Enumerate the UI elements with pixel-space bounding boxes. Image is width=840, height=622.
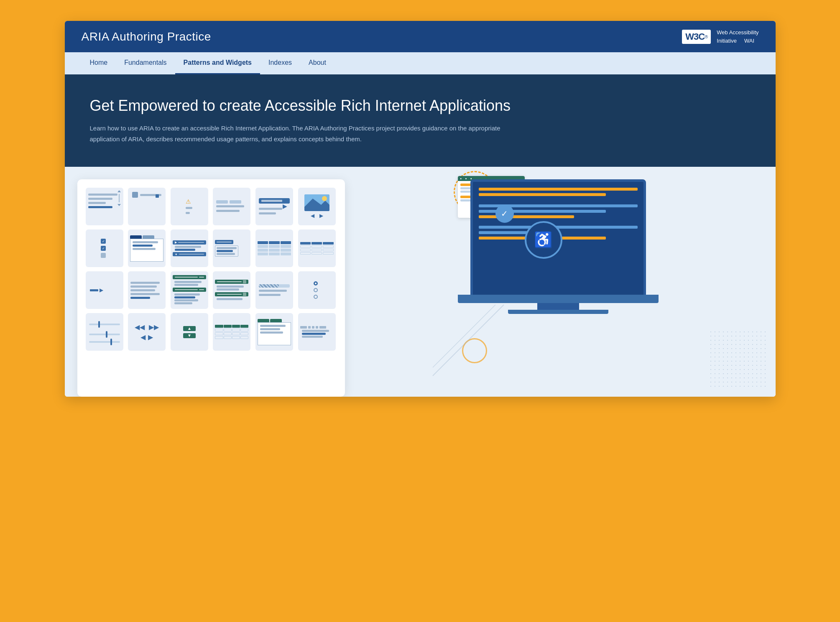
dot-grid — [709, 330, 767, 388]
widget-card-image[interactable]: ◀ ▶ — [298, 188, 336, 225]
w3c-brand: W3C® Web Accessibility Initiative WAI — [682, 28, 758, 45]
browser-window: ARIA Authoring Practice W3C® Web Accessi… — [65, 21, 776, 397]
site-title: ARIA Authoring Practice — [82, 30, 211, 43]
widget-card-checkbox[interactable] — [128, 188, 166, 225]
widget-panel: ⚠ — [77, 179, 345, 397]
wai-line2: Initiative — [717, 37, 737, 45]
widget-card-spinbutton[interactable]: ▲ ▼ — [171, 313, 208, 351]
widget-grid: ⚠ — [86, 188, 337, 351]
hero-title: Get Empowered to create Accessible Rich … — [90, 97, 550, 115]
widget-card-toolbar[interactable] — [213, 188, 250, 225]
widget-card-menu[interactable] — [213, 229, 250, 267]
widget-card-datagrid[interactable] — [298, 229, 336, 267]
widget-card-alert[interactable]: ⚠ — [171, 188, 208, 225]
svg-line-3 — [433, 305, 504, 376]
hero-description: Learn how to use ARIA to create an acces… — [90, 123, 508, 144]
widget-card-tree[interactable] — [128, 271, 166, 309]
wai-line2-3: Initiative WAI — [717, 37, 758, 45]
a11y-circle: ♿ — [525, 221, 562, 259]
nav-item-patterns[interactable]: Patterns and Widgets — [175, 52, 260, 74]
laptop-foot — [508, 310, 608, 314]
site-nav: Home Fundamentals Patterns and Widgets I… — [65, 52, 776, 74]
site-header: ARIA Authoring Practice W3C® Web Accessi… — [65, 21, 776, 52]
wai-line3: WAI — [744, 37, 754, 45]
widget-card-checkbox-list[interactable]: ✓ ✓ — [86, 229, 123, 267]
laptop-stand — [537, 303, 579, 310]
pencil-lines — [429, 301, 512, 384]
page-wrapper: ARIA Authoring Practice W3C® Web Accessi… — [13, 21, 827, 397]
wai-line1: Web Accessibility — [717, 28, 758, 37]
svg-point-2 — [322, 196, 327, 201]
content-area: ⚠ — [65, 167, 776, 397]
check-badge: ✓ — [495, 204, 514, 223]
illustration-panel: • • • — [345, 167, 776, 397]
check-icon: ✓ — [501, 209, 508, 219]
widget-card-progress[interactable] — [255, 271, 293, 309]
w3c-logo-text: W3C — [685, 31, 705, 42]
widget-card-breadcrumb[interactable]: ▶ — [86, 271, 123, 309]
wai-label: Web Accessibility Initiative WAI — [717, 28, 758, 45]
widget-card-tooltip[interactable]: ▶ — [255, 188, 293, 225]
a11y-icon: ♿ — [534, 231, 553, 249]
widget-card-radio[interactable] — [298, 271, 336, 309]
widget-card-slider[interactable] — [86, 313, 123, 351]
widget-card-tabpanel[interactable] — [255, 313, 293, 351]
nav-item-indexes[interactable]: Indexes — [260, 52, 300, 74]
widget-card-grid[interactable] — [255, 229, 293, 267]
nav-item-fundamentals[interactable]: Fundamentals — [116, 52, 175, 74]
widget-card-tabs[interactable] — [128, 229, 166, 267]
widget-card-disclosure-nav[interactable] — [171, 271, 208, 309]
w3c-logo: W3C® — [682, 30, 711, 44]
widget-card-accordion[interactable]: ▶ ▼ — [171, 229, 208, 267]
hero-section: Get Empowered to create Accessible Rich … — [65, 74, 776, 167]
svg-line-4 — [433, 305, 495, 367]
widget-card-table[interactable] — [213, 313, 250, 351]
widget-card-carousel[interactable]: ◀◀ ▶▶ ◀ ▶ — [128, 313, 166, 351]
widget-card-menubar[interactable] — [298, 313, 336, 351]
nav-item-home[interactable]: Home — [82, 52, 116, 74]
w3c-superscript: ® — [705, 34, 707, 39]
nav-item-about[interactable]: About — [300, 52, 334, 74]
widget-card-disclosure-faq[interactable] — [213, 271, 250, 309]
widget-card-listbox[interactable] — [86, 188, 123, 225]
